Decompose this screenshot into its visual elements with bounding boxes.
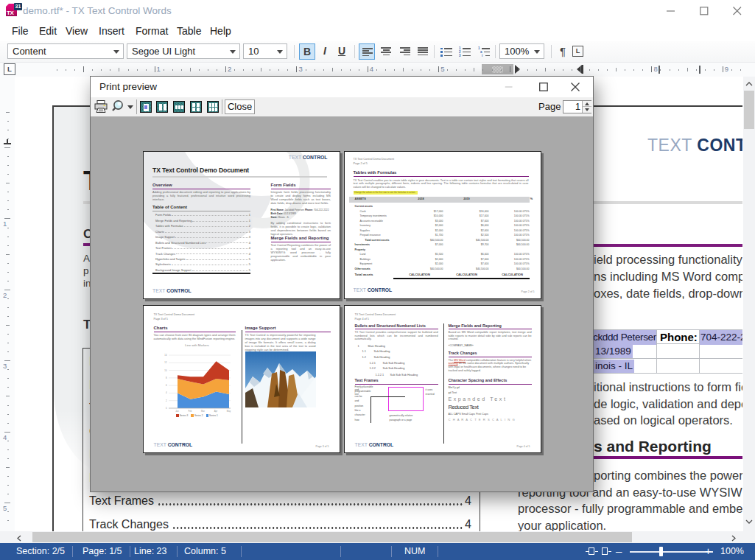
align-center-button[interactable] <box>378 43 394 60</box>
zoom-combo[interactable]: 100% <box>499 43 544 59</box>
bold-button[interactable]: B <box>299 43 315 60</box>
font-family-combo[interactable]: Segoe UI Light <box>127 43 240 59</box>
zoom-tool-button[interactable] <box>112 99 126 116</box>
preview-page-1[interactable]: TEXT CONTROLTX Text Control Demo Documen… <box>143 151 340 299</box>
app-icon: TX 31 <box>6 4 17 16</box>
font-size-combo[interactable]: 10 <box>243 43 287 59</box>
ruler-tick <box>7 121 9 122</box>
list-item-text: Sub Sub Heading <box>383 367 405 370</box>
zoom-out-button[interactable]: – <box>616 543 622 559</box>
layout-two-pages-button[interactable] <box>156 101 168 113</box>
page-spinner[interactable]: 1 <box>563 100 591 113</box>
align-left-button[interactable] <box>359 43 375 60</box>
ruler-number: 4 <box>3 433 7 441</box>
menu-item-view[interactable]: View <box>66 22 88 41</box>
menu-item-format[interactable]: Format <box>136 22 168 41</box>
layout-one-page-button[interactable] <box>140 101 152 113</box>
ruler-tick <box>7 237 9 237</box>
layout-four-pages-button[interactable] <box>190 101 202 113</box>
menu-item-edit[interactable]: Edit <box>39 22 57 41</box>
preview-page-2[interactable]: TX Text Control Demo DocumentPage 2 of 5… <box>344 151 541 299</box>
header-line: Page 3 of 5 <box>154 318 195 322</box>
ar-part <box>586 551 589 553</box>
dialog-close-button[interactable] <box>564 77 586 97</box>
align-justify-button[interactable] <box>415 43 431 60</box>
layout-six-pages-button[interactable] <box>207 101 219 113</box>
track-changes-line: working on the same document with multip… <box>449 362 530 365</box>
preview-page-3[interactable]: TX Text Control Demo DocumentPage 3 of 5… <box>143 305 340 453</box>
numbered-list-button[interactable]: 123 <box>457 43 473 60</box>
fit-page-icon[interactable] <box>587 547 597 556</box>
scroll-up-arrow[interactable] <box>743 79 755 91</box>
menu-item-help[interactable]: Help <box>210 22 231 41</box>
preview-page-4[interactable]: TX Text Control Demo DocumentPage 4 of 5… <box>344 305 541 453</box>
form-label: Birth Date: <box>271 212 284 215</box>
preview-canvas[interactable]: TEXT CONTROLTX Text Control Demo Documen… <box>91 116 593 491</box>
page-spinner-label: Page <box>538 99 561 114</box>
statusbar-cell: NUM <box>404 543 425 560</box>
decoration <box>572 83 580 91</box>
ruler-tick <box>287 69 288 71</box>
zoom-in-button[interactable]: + <box>705 543 712 559</box>
ruler-tick <box>4 432 10 433</box>
italic-button[interactable]: I <box>317 43 333 60</box>
maximize-button[interactable] <box>692 0 717 22</box>
horizontal-scrollbar-thumb[interactable] <box>32 532 632 542</box>
form-label: Phone: <box>305 209 314 211</box>
horizontal-ruler[interactable]: 1234589 <box>0 63 755 77</box>
dialog-minimize-button[interactable] <box>498 77 520 97</box>
close-preview-button[interactable]: Close <box>225 99 255 114</box>
track-changes-line: tracked and safely logged. <box>449 369 481 372</box>
vertical-ruler[interactable]: 12345 <box>0 77 15 531</box>
menu-item-insert[interactable]: Insert <box>99 22 124 41</box>
vertical-scrollbar[interactable] <box>743 77 755 531</box>
toc-entry-label: Stylesheets <box>155 262 171 266</box>
decoration <box>444 48 452 49</box>
align-right-button[interactable] <box>397 43 413 60</box>
ruler-tick <box>482 69 483 71</box>
form-value: 01/13/1989 <box>284 212 296 215</box>
table-cell: Property <box>355 248 365 251</box>
table-cell <box>700 344 742 359</box>
fit-width-icon[interactable] <box>600 547 610 556</box>
tab-selector-button[interactable]: L <box>4 63 15 75</box>
ruler-table-column-marker[interactable] <box>699 66 700 74</box>
table-cell: $40,500.00 <box>418 239 443 242</box>
decoration <box>118 102 122 105</box>
multilevel-list-button[interactable]: 1ai <box>476 43 492 60</box>
ruler-indent-marker-right[interactable] <box>515 65 520 74</box>
vertical-scrollbar-thumb[interactable] <box>744 91 754 129</box>
ruler-tick <box>625 69 625 71</box>
layout-row-pages-button[interactable] <box>173 101 185 113</box>
menu-item-file[interactable]: File <box>12 22 29 41</box>
text-frame-button[interactable]: L <box>570 43 586 60</box>
spinner-up-button[interactable] <box>583 101 591 107</box>
horizontal-scrollbar[interactable] <box>0 531 742 543</box>
track-changed-text: working <box>449 362 458 365</box>
minimize-button[interactable] <box>659 0 684 22</box>
menu-item-table[interactable]: Table <box>177 22 201 41</box>
scroll-down-arrow[interactable] <box>743 517 755 529</box>
toc-entry: Image Support3 <box>152 234 250 239</box>
print-button[interactable] <box>94 100 108 116</box>
zoom-dropdown-arrow[interactable] <box>127 105 133 109</box>
ruler-tick <box>83 66 84 72</box>
underline-button[interactable]: U <box>334 43 350 60</box>
bullet-list-button[interactable] <box>438 43 454 60</box>
ruler-tick <box>92 69 93 71</box>
chart-ytick: 12 <box>158 361 167 364</box>
dialog-maximize-button[interactable] <box>533 77 555 97</box>
zoom-slider-track[interactable] <box>630 551 713 553</box>
legend-swatch <box>191 414 194 417</box>
formatting-marks-button[interactable]: ¶ <box>555 43 571 60</box>
table-cell: CALCULATION <box>404 273 436 276</box>
ruler-tick <box>7 441 9 441</box>
ruler-tick <box>616 68 617 71</box>
zoom-slider-thumb[interactable] <box>659 547 663 556</box>
ruler-tick <box>394 69 395 71</box>
paragraph-style-combo[interactable]: Content <box>7 43 124 59</box>
spinner-down-button[interactable] <box>583 107 591 113</box>
page-glyph <box>212 108 214 111</box>
table-cell: $16,000 <box>464 210 489 213</box>
close-button[interactable] <box>725 0 750 22</box>
